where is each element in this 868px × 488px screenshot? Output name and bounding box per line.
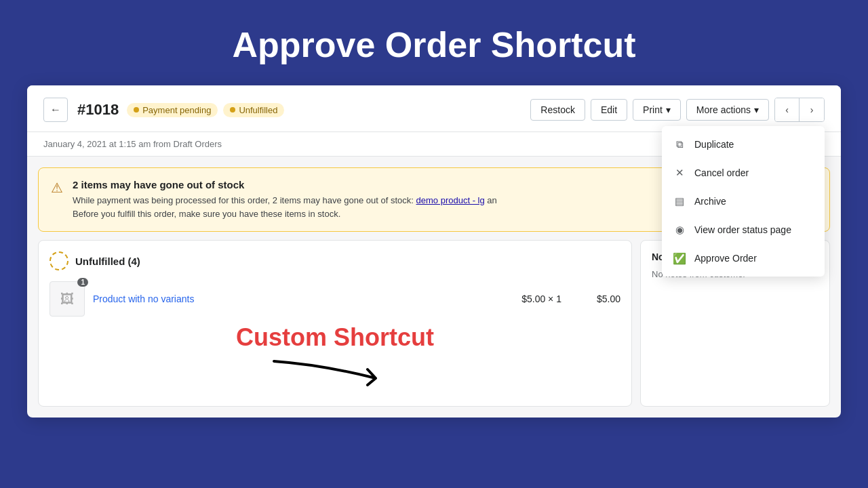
order-header: ← #1018 Payment pending Unfulfilled Rest… xyxy=(27,85,841,132)
approve-icon: ✅ xyxy=(673,251,686,265)
unfulfilled-badge-dot xyxy=(230,107,235,113)
more-actions-dropdown: ⧉ Duplicate ✕ Cancel order ▤ Archive ◉ V… xyxy=(662,126,825,277)
dropdown-item-approve[interactable]: ✅ Approve Order xyxy=(662,244,825,272)
next-order-button[interactable]: › xyxy=(800,98,824,121)
archive-icon: ▤ xyxy=(673,195,686,208)
cancel-label: Cancel order xyxy=(694,167,749,178)
archive-label: Archive xyxy=(694,196,726,207)
product-thumbnail: 1 🖼 xyxy=(50,281,85,317)
product-row: 1 🖼 Product with no variants $5.00 × 1 $… xyxy=(50,281,620,317)
warning-title: 2 items may have gone out of stock xyxy=(73,179,497,190)
warning-text-after: an xyxy=(487,195,496,205)
warning-link[interactable]: demo product - lg xyxy=(416,195,485,205)
duplicate-icon: ⧉ xyxy=(673,138,686,151)
payment-badge-dot xyxy=(134,107,139,113)
more-actions-chevron-icon: ▾ xyxy=(754,104,759,115)
print-chevron-icon: ▾ xyxy=(666,104,671,115)
payment-badge-label: Payment pending xyxy=(142,105,211,115)
more-actions-button[interactable]: More actions ▾ xyxy=(686,99,769,121)
cancel-icon: ✕ xyxy=(673,166,686,180)
arrow-decoration xyxy=(50,354,620,395)
edit-button[interactable]: Edit xyxy=(591,99,627,121)
view-status-label: View order status page xyxy=(694,224,791,235)
product-name[interactable]: Product with no variants xyxy=(93,293,513,304)
view-status-icon: ◉ xyxy=(673,223,686,237)
warning-icon: ⚠ xyxy=(51,180,63,220)
unfulfilled-badge-label: Unfulfilled xyxy=(239,105,277,115)
print-label: Print xyxy=(643,104,663,115)
fulfillment-card: Unfulfilled (4) 1 🖼 Product with no vari… xyxy=(38,240,632,407)
prev-order-button[interactable]: ‹ xyxy=(775,98,800,121)
fulfillment-title: Unfulfilled (4) xyxy=(75,256,140,267)
back-button[interactable]: ← xyxy=(43,98,68,122)
warning-text2: Before you fulfill this order, make sure… xyxy=(73,209,340,219)
header-actions: Restock Edit Print ▾ More actions ▾ ‹ › xyxy=(530,98,825,122)
print-button[interactable]: Print ▾ xyxy=(633,99,681,121)
unfulfilled-badge: Unfulfilled xyxy=(223,103,284,117)
dropdown-item-view-status[interactable]: ◉ View order status page xyxy=(662,216,825,244)
dropdown-item-duplicate[interactable]: ⧉ Duplicate xyxy=(662,130,825,159)
product-price: $5.00 × 1 xyxy=(521,293,561,304)
product-image-icon: 🖼 xyxy=(60,291,74,307)
payment-badge: Payment pending xyxy=(127,103,218,117)
product-quantity-badge: 1 xyxy=(77,278,88,287)
duplicate-label: Duplicate xyxy=(694,139,734,150)
order-id: #1018 xyxy=(77,101,119,119)
approve-label: Approve Order xyxy=(694,253,757,264)
dropdown-item-cancel[interactable]: ✕ Cancel order xyxy=(662,159,825,187)
product-total: $5.00 xyxy=(597,293,620,304)
fulfillment-header: Unfulfilled (4) xyxy=(50,251,620,270)
warning-text-before: While payment was being processed for th… xyxy=(73,195,414,205)
fulfillment-status-icon xyxy=(50,251,68,270)
nav-arrows: ‹ › xyxy=(774,98,825,122)
dropdown-item-archive[interactable]: ▤ Archive xyxy=(662,187,825,216)
more-actions-label: More actions xyxy=(696,104,751,115)
warning-content: 2 items may have gone out of stock While… xyxy=(73,179,497,220)
custom-shortcut-label: Custom Shortcut xyxy=(50,323,620,352)
ui-window: ← #1018 Payment pending Unfulfilled Rest… xyxy=(27,85,841,418)
restock-button[interactable]: Restock xyxy=(530,99,585,121)
warning-text: While payment was being processed for th… xyxy=(73,194,497,220)
page-title: Approve Order Shortcut xyxy=(218,0,649,85)
